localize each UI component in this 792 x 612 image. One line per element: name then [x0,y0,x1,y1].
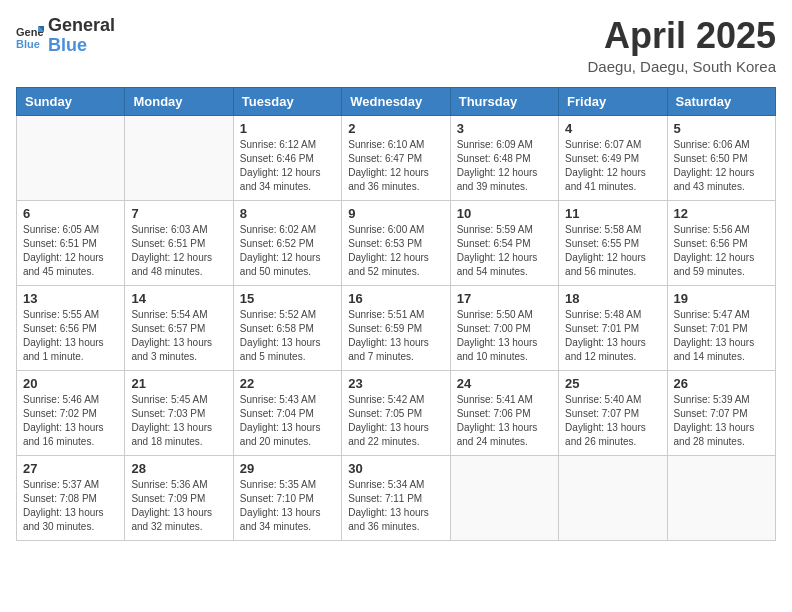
day-number: 6 [23,206,118,221]
day-info: Sunrise: 5:45 AMSunset: 7:03 PMDaylight:… [131,393,226,449]
day-number: 19 [674,291,769,306]
day-info: Sunrise: 5:47 AMSunset: 7:01 PMDaylight:… [674,308,769,364]
page-header: General Blue General Blue April 2025 Dae… [16,16,776,75]
day-info: Sunrise: 6:03 AMSunset: 6:51 PMDaylight:… [131,223,226,279]
day-cell-20: 20Sunrise: 5:46 AMSunset: 7:02 PMDayligh… [17,370,125,455]
week-row-2: 6Sunrise: 6:05 AMSunset: 6:51 PMDaylight… [17,200,776,285]
day-number: 15 [240,291,335,306]
day-info: Sunrise: 5:46 AMSunset: 7:02 PMDaylight:… [23,393,118,449]
day-number: 12 [674,206,769,221]
day-cell-22: 22Sunrise: 5:43 AMSunset: 7:04 PMDayligh… [233,370,341,455]
title-block: April 2025 Daegu, Daegu, South Korea [588,16,776,75]
day-number: 5 [674,121,769,136]
day-cell-4: 4Sunrise: 6:07 AMSunset: 6:49 PMDaylight… [559,115,667,200]
day-info: Sunrise: 5:50 AMSunset: 7:00 PMDaylight:… [457,308,552,364]
day-number: 1 [240,121,335,136]
location-subtitle: Daegu, Daegu, South Korea [588,58,776,75]
day-cell-28: 28Sunrise: 5:36 AMSunset: 7:09 PMDayligh… [125,455,233,540]
day-cell-17: 17Sunrise: 5:50 AMSunset: 7:00 PMDayligh… [450,285,558,370]
day-cell-8: 8Sunrise: 6:02 AMSunset: 6:52 PMDaylight… [233,200,341,285]
day-info: Sunrise: 6:02 AMSunset: 6:52 PMDaylight:… [240,223,335,279]
day-cell-11: 11Sunrise: 5:58 AMSunset: 6:55 PMDayligh… [559,200,667,285]
weekday-header-tuesday: Tuesday [233,87,341,115]
empty-cell [559,455,667,540]
day-cell-23: 23Sunrise: 5:42 AMSunset: 7:05 PMDayligh… [342,370,450,455]
empty-cell [450,455,558,540]
weekday-header-wednesday: Wednesday [342,87,450,115]
day-cell-1: 1Sunrise: 6:12 AMSunset: 6:46 PMDaylight… [233,115,341,200]
day-info: Sunrise: 6:09 AMSunset: 6:48 PMDaylight:… [457,138,552,194]
day-info: Sunrise: 5:43 AMSunset: 7:04 PMDaylight:… [240,393,335,449]
day-number: 7 [131,206,226,221]
day-info: Sunrise: 5:39 AMSunset: 7:07 PMDaylight:… [674,393,769,449]
day-info: Sunrise: 5:35 AMSunset: 7:10 PMDaylight:… [240,478,335,534]
day-number: 11 [565,206,660,221]
day-info: Sunrise: 6:06 AMSunset: 6:50 PMDaylight:… [674,138,769,194]
day-cell-7: 7Sunrise: 6:03 AMSunset: 6:51 PMDaylight… [125,200,233,285]
day-number: 10 [457,206,552,221]
day-number: 26 [674,376,769,391]
day-info: Sunrise: 5:56 AMSunset: 6:56 PMDaylight:… [674,223,769,279]
day-cell-29: 29Sunrise: 5:35 AMSunset: 7:10 PMDayligh… [233,455,341,540]
day-cell-21: 21Sunrise: 5:45 AMSunset: 7:03 PMDayligh… [125,370,233,455]
day-info: Sunrise: 5:59 AMSunset: 6:54 PMDaylight:… [457,223,552,279]
day-info: Sunrise: 5:51 AMSunset: 6:59 PMDaylight:… [348,308,443,364]
day-info: Sunrise: 6:07 AMSunset: 6:49 PMDaylight:… [565,138,660,194]
day-number: 8 [240,206,335,221]
day-number: 13 [23,291,118,306]
weekday-header-thursday: Thursday [450,87,558,115]
day-number: 2 [348,121,443,136]
calendar-table: SundayMondayTuesdayWednesdayThursdayFrid… [16,87,776,541]
day-cell-5: 5Sunrise: 6:06 AMSunset: 6:50 PMDaylight… [667,115,775,200]
day-number: 24 [457,376,552,391]
day-cell-26: 26Sunrise: 5:39 AMSunset: 7:07 PMDayligh… [667,370,775,455]
week-row-4: 20Sunrise: 5:46 AMSunset: 7:02 PMDayligh… [17,370,776,455]
day-number: 23 [348,376,443,391]
weekday-header-saturday: Saturday [667,87,775,115]
day-info: Sunrise: 5:55 AMSunset: 6:56 PMDaylight:… [23,308,118,364]
day-number: 22 [240,376,335,391]
day-number: 27 [23,461,118,476]
day-info: Sunrise: 5:42 AMSunset: 7:05 PMDaylight:… [348,393,443,449]
logo: General Blue General Blue [16,16,115,56]
day-info: Sunrise: 5:48 AMSunset: 7:01 PMDaylight:… [565,308,660,364]
svg-text:Blue: Blue [16,38,40,50]
week-row-5: 27Sunrise: 5:37 AMSunset: 7:08 PMDayligh… [17,455,776,540]
day-info: Sunrise: 5:34 AMSunset: 7:11 PMDaylight:… [348,478,443,534]
day-info: Sunrise: 6:00 AMSunset: 6:53 PMDaylight:… [348,223,443,279]
empty-cell [125,115,233,200]
day-cell-27: 27Sunrise: 5:37 AMSunset: 7:08 PMDayligh… [17,455,125,540]
day-info: Sunrise: 5:37 AMSunset: 7:08 PMDaylight:… [23,478,118,534]
day-number: 3 [457,121,552,136]
day-number: 9 [348,206,443,221]
weekday-header-row: SundayMondayTuesdayWednesdayThursdayFrid… [17,87,776,115]
weekday-header-friday: Friday [559,87,667,115]
day-cell-13: 13Sunrise: 5:55 AMSunset: 6:56 PMDayligh… [17,285,125,370]
week-row-3: 13Sunrise: 5:55 AMSunset: 6:56 PMDayligh… [17,285,776,370]
day-info: Sunrise: 6:10 AMSunset: 6:47 PMDaylight:… [348,138,443,194]
day-cell-6: 6Sunrise: 6:05 AMSunset: 6:51 PMDaylight… [17,200,125,285]
day-cell-30: 30Sunrise: 5:34 AMSunset: 7:11 PMDayligh… [342,455,450,540]
day-cell-19: 19Sunrise: 5:47 AMSunset: 7:01 PMDayligh… [667,285,775,370]
day-number: 16 [348,291,443,306]
day-cell-14: 14Sunrise: 5:54 AMSunset: 6:57 PMDayligh… [125,285,233,370]
day-number: 28 [131,461,226,476]
logo-text-general: General [48,16,115,36]
day-cell-2: 2Sunrise: 6:10 AMSunset: 6:47 PMDaylight… [342,115,450,200]
logo-text-blue: Blue [48,36,115,56]
day-info: Sunrise: 6:05 AMSunset: 6:51 PMDaylight:… [23,223,118,279]
logo-icon: General Blue [16,22,44,50]
day-cell-12: 12Sunrise: 5:56 AMSunset: 6:56 PMDayligh… [667,200,775,285]
day-cell-25: 25Sunrise: 5:40 AMSunset: 7:07 PMDayligh… [559,370,667,455]
empty-cell [667,455,775,540]
day-cell-3: 3Sunrise: 6:09 AMSunset: 6:48 PMDaylight… [450,115,558,200]
day-info: Sunrise: 5:54 AMSunset: 6:57 PMDaylight:… [131,308,226,364]
day-number: 29 [240,461,335,476]
day-number: 20 [23,376,118,391]
day-number: 30 [348,461,443,476]
day-number: 21 [131,376,226,391]
day-info: Sunrise: 5:41 AMSunset: 7:06 PMDaylight:… [457,393,552,449]
week-row-1: 1Sunrise: 6:12 AMSunset: 6:46 PMDaylight… [17,115,776,200]
empty-cell [17,115,125,200]
day-number: 25 [565,376,660,391]
